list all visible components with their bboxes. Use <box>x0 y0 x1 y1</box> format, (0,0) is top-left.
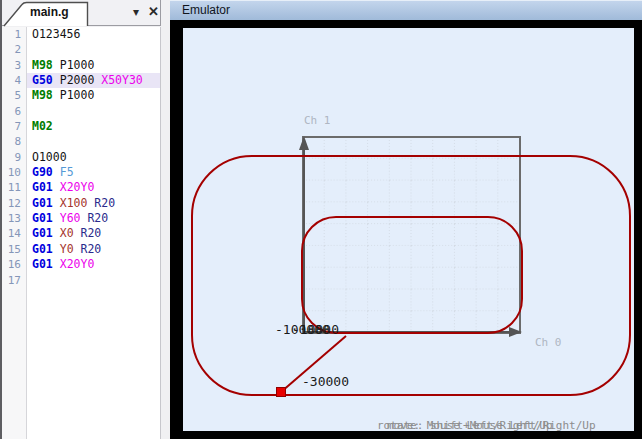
line-number: 16 <box>2 257 26 272</box>
code-token: P1000 <box>53 88 95 102</box>
code-token: Y60 <box>60 211 81 225</box>
code-line[interactable]: O1000 <box>27 150 160 165</box>
code-token: G01 <box>32 257 53 271</box>
tab-main-g[interactable]: main.g <box>30 5 69 19</box>
line-number: 14 <box>2 226 26 241</box>
line-number: 5 <box>2 88 26 103</box>
line-number: 1 <box>2 27 26 42</box>
gcode-editor-pane: main.g ▾ ✕ 1234567891011121314151617 O12… <box>0 0 170 439</box>
emulator-panel-title: Emulator <box>182 3 230 17</box>
line-number: 12 <box>2 196 26 211</box>
code-token: G01 <box>32 242 53 256</box>
code-token: R20 <box>94 196 115 210</box>
line-number: 17 <box>2 273 26 288</box>
code-token <box>53 165 60 179</box>
code-token: Y0 <box>60 242 74 256</box>
code-token <box>74 226 81 240</box>
emulator-panel-header[interactable]: Emulator <box>170 0 642 20</box>
code-token <box>53 226 60 240</box>
line-number: 15 <box>2 242 26 257</box>
code-line[interactable]: G01 X20Y0 <box>27 257 160 272</box>
tab-list-dropdown-icon[interactable]: ▾ <box>133 3 139 21</box>
code-line[interactable]: G01 X100 R20 <box>27 196 160 211</box>
code-area[interactable]: O123456M98 P1000G50 P2000 X50Y30M98 P100… <box>27 27 160 439</box>
code-line[interactable]: O123456 <box>27 27 160 42</box>
emulator-panel: Emulator <box>170 0 642 439</box>
code-token: F5 <box>60 165 74 179</box>
code-line[interactable] <box>27 273 160 288</box>
code-token: G01 <box>32 196 53 210</box>
code-token: O123456 <box>32 27 80 41</box>
close-tab-icon[interactable]: ✕ <box>148 3 159 21</box>
line-number: 9 <box>2 150 26 165</box>
code-line[interactable]: G90 F5 <box>27 165 160 180</box>
line-number: 8 <box>2 134 26 149</box>
emulator-frame: Ch 1 Ch 0 -100000 -10000 -30000 rotate: … <box>170 20 642 439</box>
line-number: 4 <box>2 73 26 88</box>
code-token: G50 <box>32 73 53 87</box>
code-editor[interactable]: 1234567891011121314151617 O123456M98 P10… <box>2 27 161 439</box>
line-number: 11 <box>2 180 26 195</box>
line-number: 2 <box>2 42 26 57</box>
code-token: X100 <box>60 196 88 210</box>
code-token: M98 <box>32 88 53 102</box>
code-line[interactable]: G01 X0 R20 <box>27 226 160 241</box>
code-token: P2000 <box>53 73 101 87</box>
code-line[interactable]: M98 P1000 <box>27 58 160 73</box>
line-number: 7 <box>2 119 26 134</box>
line-number: 13 <box>2 211 26 226</box>
code-line[interactable]: G50 P2000 X50Y30 <box>27 73 160 88</box>
code-token: P1000 <box>53 58 95 72</box>
code-token <box>53 242 60 256</box>
code-token: O1000 <box>32 150 67 164</box>
code-line[interactable] <box>27 42 160 57</box>
code-token: G90 <box>32 165 53 179</box>
line-number: 3 <box>2 58 26 73</box>
line-number: 10 <box>2 165 26 180</box>
code-line[interactable] <box>27 134 160 149</box>
code-line[interactable] <box>27 104 160 119</box>
emulator-canvas[interactable]: Ch 1 Ch 0 -100000 -10000 -30000 rotate: … <box>183 28 634 431</box>
code-token: M02 <box>32 119 53 133</box>
tool-position-label: -30000 <box>302 374 349 389</box>
code-line[interactable]: G01 Y0 R20 <box>27 242 160 257</box>
origin-coordinate-label-b: -10000 <box>292 322 339 337</box>
code-line[interactable]: G01 Y60 R20 <box>27 211 160 226</box>
code-token: G01 <box>32 180 53 194</box>
code-line[interactable]: M98 P1000 <box>27 88 160 103</box>
line-number: 6 <box>2 104 26 119</box>
toolpath-plot: Ch 1 Ch 0 -100000 -10000 -30000 rotate: … <box>183 28 634 431</box>
axis-label-ch0: Ch 0 <box>535 336 562 349</box>
code-token <box>53 196 60 210</box>
code-token: X0 <box>60 226 74 240</box>
code-token: G01 <box>32 211 53 225</box>
code-token: X50Y30 <box>101 73 143 87</box>
code-line[interactable]: M02 <box>27 119 160 134</box>
code-line[interactable]: G01 X20Y0 <box>27 180 160 195</box>
code-token <box>53 180 60 194</box>
workspace-grid <box>304 138 519 332</box>
code-token <box>53 211 60 225</box>
code-token: M98 <box>32 58 53 72</box>
mouse-hint-move: move: Mouse Left/Right/Up <box>387 419 553 431</box>
code-token <box>74 242 81 256</box>
axis-label-ch1: Ch 1 <box>304 114 331 127</box>
code-token: G01 <box>32 226 53 240</box>
editor-tab-strip: main.g ▾ ✕ <box>2 0 161 26</box>
code-token: R20 <box>87 211 108 225</box>
code-token: R20 <box>81 242 102 256</box>
tool-position-marker <box>277 388 286 397</box>
line-number-gutter: 1234567891011121314151617 <box>2 27 27 439</box>
app-window: main.g ▾ ✕ 1234567891011121314151617 O12… <box>0 0 642 439</box>
code-token: R20 <box>81 226 102 240</box>
code-token: X20Y0 <box>60 180 95 194</box>
code-token: X20Y0 <box>60 257 95 271</box>
code-token <box>53 257 60 271</box>
